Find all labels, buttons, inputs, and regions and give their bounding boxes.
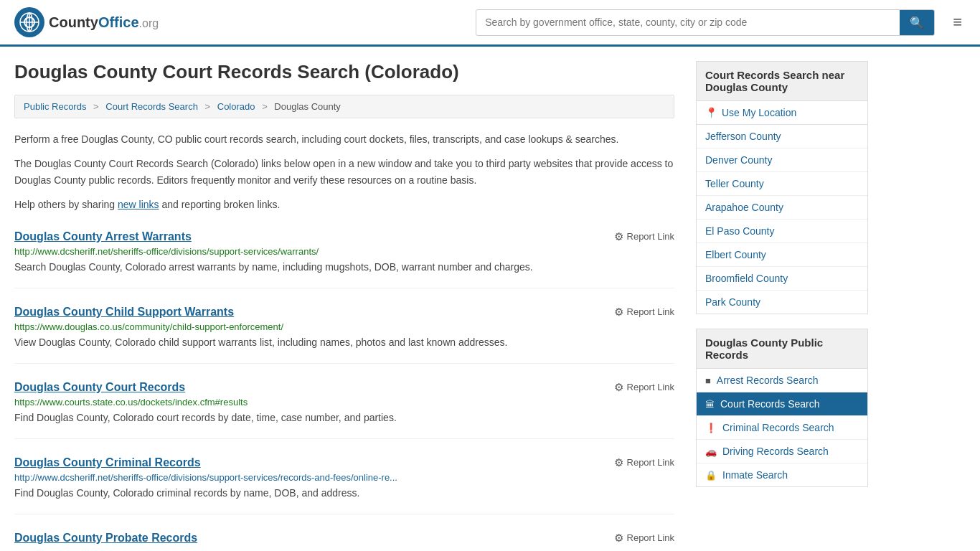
search-bar: 🔍 [476, 9, 935, 36]
pub-record-link-2[interactable]: Criminal Records Search [722, 422, 834, 433]
report-link-0[interactable]: ⚙ Report Link [614, 230, 674, 243]
report-icon-2: ⚙ [614, 381, 623, 394]
breadcrumb-sep-1: > [93, 101, 99, 112]
nearby-county-link-5[interactable]: Elbert County [705, 249, 766, 260]
breadcrumb-colorado[interactable]: Colorado [217, 101, 255, 112]
pub-record-icon-2: ❗ [705, 423, 717, 433]
result-header: Douglas County Court Records ⚙ Report Li… [14, 381, 674, 394]
nearby-county-item-3[interactable]: Arapahoe County [697, 196, 867, 220]
nearby-county-item-0[interactable]: Jefferson County [697, 125, 867, 149]
description-1: Perform a free Douglas County, CO public… [14, 131, 674, 147]
report-icon-1: ⚙ [614, 306, 623, 319]
nearby-county-link-2[interactable]: Teller County [705, 178, 764, 189]
result-title-4[interactable]: Douglas County Probate Records [14, 532, 197, 545]
pub-record-icon-3: 🚗 [705, 446, 717, 457]
nearby-county-item-4[interactable]: El Paso County [697, 220, 867, 243]
report-link-4[interactable]: ⚙ Report Link [614, 532, 674, 545]
breadcrumb-sep-2: > [205, 101, 211, 112]
pub-record-icon-1: 🏛 [705, 399, 715, 410]
result-item: Douglas County Criminal Records ⚙ Report… [14, 456, 674, 514]
page-title: Douglas County Court Records Search (Col… [14, 61, 674, 83]
pub-record-icon-0: ■ [705, 375, 711, 386]
nearby-county-item-1[interactable]: Denver County [697, 149, 867, 172]
nearby-county-link-1[interactable]: Denver County [705, 154, 772, 166]
result-desc-0: Search Douglas County, Colorado arrest w… [14, 260, 674, 275]
logo-icon [14, 7, 44, 37]
search-input[interactable] [476, 11, 900, 34]
new-links-link[interactable]: new links [118, 199, 159, 210]
report-icon-0: ⚙ [614, 230, 623, 243]
sidebar: Court Records Search near Douglas County… [696, 61, 868, 551]
nearby-county-link-3[interactable]: Arapahoe County [705, 202, 783, 213]
location-icon: 📍 [705, 107, 717, 118]
result-url-1[interactable]: https://www.douglas.co.us/community/chil… [14, 321, 674, 332]
report-link-2[interactable]: ⚙ Report Link [614, 381, 674, 394]
result-url-3[interactable]: http://www.dcsheriff.net/sheriffs-office… [14, 472, 674, 483]
result-url-2[interactable]: https://www.courts.state.co.us/dockets/i… [14, 397, 674, 408]
report-link-1[interactable]: ⚙ Report Link [614, 306, 674, 319]
pub-record-link-3[interactable]: Driving Records Search [722, 446, 829, 457]
logo-link[interactable]: CountyOffice.org [14, 7, 159, 37]
pub-record-item-1[interactable]: 🏛 Court Records Search [697, 392, 867, 416]
results-container: Douglas County Arrest Warrants ⚙ Report … [14, 230, 674, 551]
nearby-county-list-counties: Jefferson CountyDenver CountyTeller Coun… [696, 125, 868, 314]
logo-text: CountyOffice.org [49, 14, 159, 31]
result-desc-3: Find Douglas County, Colorado criminal r… [14, 486, 674, 501]
breadcrumb-current: Douglas County [274, 101, 341, 112]
result-header: Douglas County Criminal Records ⚙ Report… [14, 456, 674, 469]
result-title-2[interactable]: Douglas County Court Records [14, 381, 185, 394]
pub-record-icon-4: 🔒 [705, 470, 717, 481]
result-title-0[interactable]: Douglas County Arrest Warrants [14, 230, 192, 243]
hamburger-icon: ≡ [953, 13, 962, 31]
result-header: Douglas County Arrest Warrants ⚙ Report … [14, 230, 674, 243]
description-3: Help others by sharing new links and rep… [14, 197, 674, 212]
pub-record-link-4[interactable]: Inmate Search [722, 469, 788, 481]
nearby-county-link-0[interactable]: Jefferson County [705, 131, 781, 142]
description-2: The Douglas County Court Records Search … [14, 156, 674, 188]
public-records-section: Douglas County Public Records ■ Arrest R… [696, 329, 868, 487]
main-content: Douglas County Court Records Search (Col… [14, 61, 674, 551]
pub-record-link-0[interactable]: Arrest Records Search [717, 375, 819, 386]
pub-record-item-4[interactable]: 🔒 Inmate Search [697, 463, 867, 486]
result-url-0[interactable]: http://www.dcsheriff.net/sheriffs-office… [14, 246, 674, 257]
nearby-county-item-5[interactable]: Elbert County [697, 243, 867, 267]
result-title-1[interactable]: Douglas County Child Support Warrants [14, 306, 234, 319]
result-title-3[interactable]: Douglas County Criminal Records [14, 456, 201, 469]
nearby-county-link-4[interactable]: El Paso County [705, 225, 775, 237]
search-button[interactable]: 🔍 [900, 10, 934, 35]
breadcrumb-sep-3: > [262, 101, 268, 112]
result-item: Douglas County Child Support Warrants ⚙ … [14, 306, 674, 364]
report-icon-4: ⚙ [614, 532, 623, 545]
breadcrumb: Public Records > Court Records Search > … [14, 95, 674, 118]
use-my-location-item[interactable]: 📍 Use My Location [697, 101, 867, 124]
report-icon-3: ⚙ [614, 456, 623, 469]
result-header: Douglas County Child Support Warrants ⚙ … [14, 306, 674, 319]
result-desc-2: Find Douglas County, Colorado court reco… [14, 410, 674, 425]
public-records-list: ■ Arrest Records Search 🏛 Court Records … [696, 369, 868, 487]
pub-record-item-3[interactable]: 🚗 Driving Records Search [697, 440, 867, 463]
nearby-county-item-2[interactable]: Teller County [697, 172, 867, 196]
result-item: Douglas County Court Records ⚙ Report Li… [14, 381, 674, 439]
nearby-county-link-6[interactable]: Broomfield County [705, 273, 788, 284]
desc3-prefix: Help others by sharing [14, 199, 118, 210]
nearby-county-link-7[interactable]: Park County [705, 296, 760, 308]
result-header: Douglas County Probate Records ⚙ Report … [14, 532, 674, 545]
hamburger-button[interactable]: ≡ [949, 9, 966, 35]
nearby-county-item-7[interactable]: Park County [697, 291, 867, 314]
desc3-suffix: and reporting broken links. [159, 199, 281, 210]
nearby-section: Court Records Search near Douglas County… [696, 61, 868, 314]
public-records-title: Douglas County Public Records [696, 329, 868, 369]
page-content: Douglas County Court Records Search (Col… [0, 47, 980, 551]
breadcrumb-court-records-search[interactable]: Court Records Search [105, 101, 198, 112]
nearby-county-item-6[interactable]: Broomfield County [697, 267, 867, 291]
pub-record-link-1[interactable]: Court Records Search [720, 398, 820, 410]
pub-record-item-0[interactable]: ■ Arrest Records Search [697, 369, 867, 392]
search-icon: 🔍 [910, 17, 924, 29]
breadcrumb-public-records[interactable]: Public Records [24, 101, 86, 112]
pub-record-item-2[interactable]: ❗ Criminal Records Search [697, 416, 867, 440]
report-link-3[interactable]: ⚙ Report Link [614, 456, 674, 469]
use-my-location-link[interactable]: Use My Location [722, 107, 796, 118]
nearby-county-list: 📍 Use My Location [696, 101, 868, 125]
result-item: Douglas County Arrest Warrants ⚙ Report … [14, 230, 674, 288]
nearby-title: Court Records Search near Douglas County [696, 61, 868, 101]
